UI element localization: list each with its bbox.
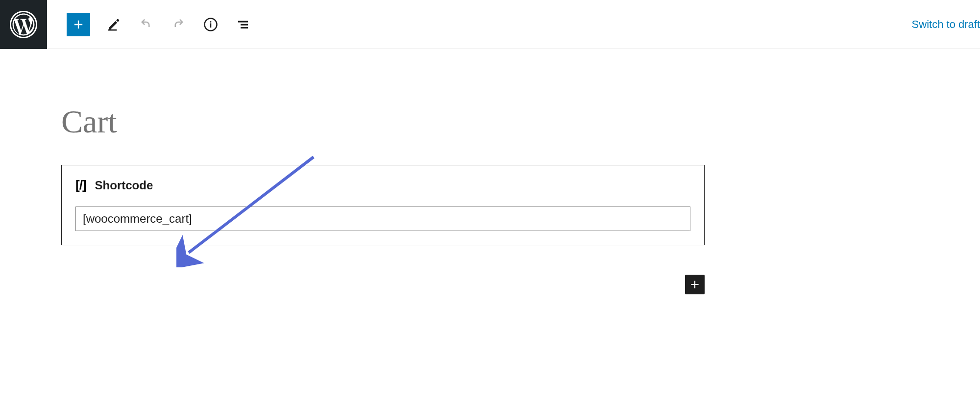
page-title[interactable]: Cart bbox=[61, 103, 980, 140]
svg-rect-7 bbox=[241, 27, 248, 28]
list-view-button[interactable] bbox=[234, 16, 252, 33]
toolbar-left-group bbox=[47, 13, 252, 36]
svg-rect-1 bbox=[108, 29, 117, 31]
wordpress-logo-button[interactable] bbox=[0, 0, 47, 49]
plus-icon bbox=[72, 18, 85, 31]
redo-button[interactable] bbox=[170, 16, 187, 33]
shortcode-block[interactable]: [/] Shortcode bbox=[61, 165, 705, 245]
undo-icon bbox=[139, 17, 153, 32]
shortcode-block-label: Shortcode bbox=[95, 179, 153, 192]
edit-mode-button[interactable] bbox=[105, 16, 122, 33]
editor-content: Cart [/] Shortcode bbox=[0, 49, 980, 245]
redo-icon bbox=[171, 17, 186, 32]
svg-rect-5 bbox=[238, 21, 248, 22]
svg-rect-3 bbox=[210, 23, 212, 27]
info-icon bbox=[203, 17, 218, 32]
list-view-icon bbox=[236, 17, 250, 32]
add-block-inline-button[interactable] bbox=[685, 275, 705, 294]
svg-rect-6 bbox=[241, 24, 248, 25]
pencil-icon bbox=[106, 17, 121, 32]
add-block-button[interactable] bbox=[67, 13, 90, 36]
wordpress-icon bbox=[10, 11, 37, 38]
editor-toolbar: Switch to draft bbox=[0, 0, 980, 49]
toolbar-right-group: Switch to draft bbox=[912, 18, 980, 31]
undo-button[interactable] bbox=[137, 16, 155, 33]
shortcode-block-header: [/] Shortcode bbox=[75, 178, 690, 193]
plus-icon bbox=[688, 278, 701, 291]
shortcode-icon: [/] bbox=[75, 178, 86, 193]
info-button[interactable] bbox=[202, 16, 220, 33]
switch-to-draft-button[interactable]: Switch to draft bbox=[912, 18, 980, 30]
svg-point-4 bbox=[210, 21, 212, 22]
shortcode-input[interactable] bbox=[75, 207, 690, 231]
